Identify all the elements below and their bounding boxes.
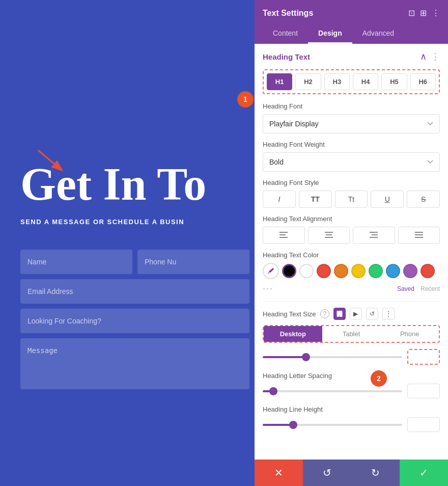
heading-text-section: Heading Text ∧ ⋮ H1 H2 H3 H4 H5 H6 Headi… [255, 44, 448, 446]
h6-button[interactable]: H6 [410, 73, 436, 90]
save-button[interactable]: ✓ [400, 460, 448, 486]
color-pink[interactable] [421, 264, 435, 278]
tablet-tab[interactable]: Tablet [322, 326, 381, 342]
size-label-row: Heading Text Size ? ▶ ↺ ⋮ [263, 308, 440, 320]
reset-icon[interactable]: ↺ [366, 308, 378, 320]
panel-content: Heading Text ∧ ⋮ H1 H2 H3 H4 H5 H6 Headi… [255, 44, 448, 460]
color-green[interactable] [369, 264, 383, 278]
size-more-icon[interactable]: ⋮ [382, 308, 395, 320]
tab-design[interactable]: Design [308, 24, 352, 44]
color-red[interactable] [317, 264, 331, 278]
section-title: Heading Text [263, 52, 310, 61]
panel-title: Text Settings [263, 9, 313, 18]
align-right-icon [370, 232, 378, 238]
color-black[interactable] [282, 264, 296, 278]
alignment-buttons [263, 227, 440, 244]
h3-button[interactable]: H3 [324, 73, 350, 90]
align-center-button[interactable] [308, 227, 350, 244]
heading-text-color-label: Heading Text Color [263, 251, 440, 259]
font-style-buttons: I TT Tt U S [263, 191, 440, 208]
letter-spacing-value-input[interactable]: 0px [407, 384, 440, 398]
color-blue[interactable] [386, 264, 400, 278]
saved-label[interactable]: Saved [397, 285, 414, 292]
heading-font-select[interactable]: Playfair Display [263, 114, 440, 133]
line-height-value-input[interactable]: 1.5em [407, 417, 440, 432]
step-2-badge: 2 [371, 370, 387, 387]
more-icon[interactable]: ⋮ [432, 8, 440, 18]
heading-font-style-label: Heading Font Style [263, 179, 440, 186]
size-slider[interactable] [263, 356, 402, 358]
section-controls: ∧ ⋮ [420, 51, 440, 62]
name-phone-row [20, 250, 249, 274]
h2-button[interactable]: H2 [295, 73, 321, 90]
color-white[interactable] [299, 264, 314, 278]
uppercase-button[interactable]: TT [299, 191, 332, 208]
section-more-icon[interactable]: ⋮ [431, 51, 440, 62]
tablet-size-icon[interactable] [333, 308, 346, 320]
strikethrough-button[interactable]: S [407, 191, 440, 208]
saved-recent-row: Saved Recent [397, 285, 440, 292]
tablet-icon [337, 311, 343, 317]
align-right-button[interactable] [353, 227, 395, 244]
size-value-input[interactable]: 7vh [407, 349, 440, 365]
align-justify-button[interactable] [398, 227, 440, 244]
capitalize-button[interactable]: Tt [335, 191, 368, 208]
svg-rect-2 [279, 232, 288, 233]
italic-button[interactable]: I [263, 191, 296, 208]
eyedropper-icon [267, 267, 274, 275]
sub-heading: SEND A MESSAGE OR SCHEDULE A BUSIN [20, 218, 184, 226]
heading-alignment-label: Heading Text Alignment [263, 215, 440, 223]
phone-tab[interactable]: Phone [380, 326, 439, 342]
grid-icon[interactable]: ⊞ [420, 8, 427, 18]
divider-1 [263, 301, 440, 302]
recent-label[interactable]: Recent [421, 285, 440, 292]
help-icon: ? [320, 309, 329, 318]
color-sub-row: ··· Saved Recent [263, 283, 440, 294]
heading-level-selector: H1 H2 H3 H4 H5 H6 [263, 69, 440, 94]
svg-rect-13 [415, 237, 423, 238]
line-height-slider-row: 1.5em [263, 417, 440, 432]
h5-button[interactable]: H5 [381, 73, 407, 90]
color-orange[interactable] [334, 264, 348, 278]
message-input[interactable] [20, 338, 249, 389]
tab-content[interactable]: Content [263, 24, 308, 44]
redo-button[interactable]: ↻ [351, 460, 400, 486]
svg-rect-6 [326, 234, 332, 235]
name-input[interactable] [20, 250, 132, 274]
color-picker-button[interactable] [263, 263, 279, 279]
svg-rect-12 [415, 234, 423, 235]
tab-advanced[interactable]: Advanced [352, 24, 404, 44]
phone-input[interactable] [137, 250, 249, 274]
align-justify-icon [415, 232, 423, 238]
cancel-button[interactable]: ✕ [255, 460, 303, 486]
coaching-input[interactable] [20, 309, 249, 333]
letter-spacing-slider-row: 0px [263, 384, 440, 398]
resize-icon[interactable]: ⊡ [408, 8, 415, 18]
cursor-icon[interactable]: ▶ [350, 308, 362, 320]
left-panel: Get In To SEND A MESSAGE OR SCHEDULE A B… [0, 0, 255, 486]
tabs-row: Content Design Advanced [263, 24, 440, 44]
color-yellow[interactable] [351, 264, 366, 278]
svg-rect-5 [325, 232, 333, 233]
device-tabs: Desktop Tablet Phone [263, 325, 440, 343]
email-input[interactable] [20, 279, 249, 304]
line-height-slider[interactable] [263, 424, 402, 426]
color-purple[interactable] [403, 264, 417, 278]
collapse-icon[interactable]: ∧ [420, 51, 427, 62]
heading-font-weight-select[interactable]: Bold [263, 152, 440, 172]
h4-button[interactable]: H4 [353, 73, 378, 90]
svg-rect-10 [370, 237, 378, 238]
panel-title-row: Text Settings ⊡ ⊞ ⋮ [263, 8, 440, 18]
svg-rect-15 [339, 316, 340, 316]
align-left-button[interactable] [263, 227, 305, 244]
heading-letter-spacing-label: Heading Letter Spacing [263, 372, 440, 380]
color-swatches-row [263, 263, 440, 279]
desktop-tab[interactable]: Desktop [264, 326, 322, 342]
letter-spacing-slider[interactable] [263, 390, 402, 392]
undo-button[interactable]: ↺ [303, 460, 351, 486]
heading-line-height-label: Heading Line Height [263, 406, 440, 413]
underline-button[interactable]: U [371, 191, 404, 208]
svg-rect-3 [279, 234, 286, 235]
more-colors-button[interactable]: ··· [263, 283, 273, 294]
h1-button[interactable]: H1 [267, 73, 292, 90]
